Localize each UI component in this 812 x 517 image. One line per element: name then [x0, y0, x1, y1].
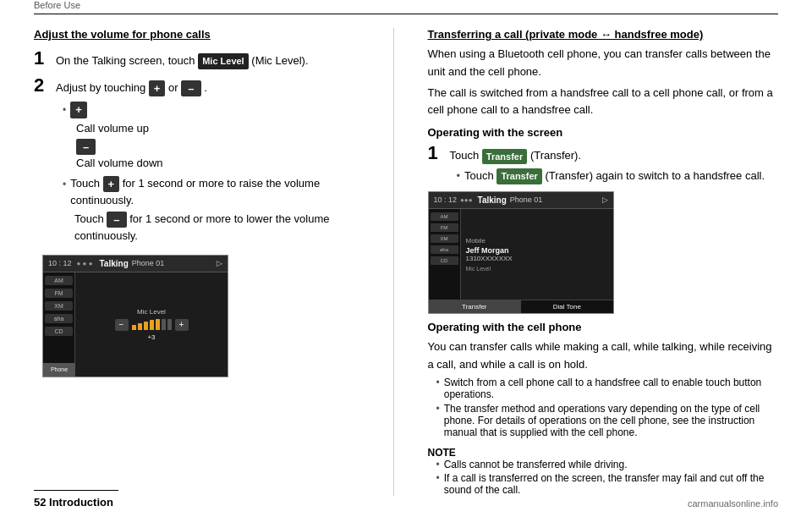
call-vol-down-minus: –: [76, 139, 96, 156]
screen-body: AM FM XM aha CD Mic Level −: [43, 272, 228, 377]
hold-plus-btn: +: [103, 176, 120, 193]
ts-sidebar-am: AM: [431, 212, 458, 221]
operating-screen-title: Operating with the screen: [428, 126, 779, 139]
header-area: Before Use: [0, 0, 812, 19]
call-volume-up-label: Call volume up: [76, 120, 385, 137]
ts-sidebar: AM FM XM aha CD: [429, 209, 461, 300]
step-2-or: or: [168, 81, 178, 94]
screen-subtitle: Phone 01: [132, 259, 165, 267]
left-column: Adjust the volume for phone calls 1 On t…: [34, 28, 394, 496]
mic-level-screen-label: Mic Level: [137, 308, 166, 316]
vol-bars: [132, 319, 172, 330]
ts-transfer-btn: Transfer: [429, 300, 522, 313]
right-step-1-bullet: • Touch Transfer (Transfer) again to swi…: [457, 168, 779, 184]
mic-level-button: Mic Level: [198, 53, 249, 69]
call-vol-up-plus: +: [70, 102, 87, 118]
left-screen-mockup: 10 : 12 ● ● ● Talking Phone 01 ▷ AM FM X…: [42, 255, 228, 377]
ts-sidebar-xm: XM: [431, 234, 458, 243]
call-volume-down-label: Call volume down: [76, 155, 385, 172]
vol-plus-icon: +: [175, 319, 189, 331]
ts-main: Mobile Jeff Morgan 1310XXXXXXX Mic Level: [461, 209, 613, 300]
phone-bullet-2: • The transfer method and operations var…: [436, 403, 779, 438]
sidebar-am: AM: [45, 276, 73, 285]
note-bullets: • Calls cannot be transferred while driv…: [436, 459, 779, 496]
phone-label: Phone: [43, 363, 75, 377]
vol-bar-1: [132, 325, 136, 330]
operating-phone-title: Operating with the cell phone: [428, 321, 779, 333]
transfer-button-1: Transfer: [482, 149, 527, 165]
hold-minus-btn: –: [107, 212, 126, 228]
transfer-button-2: Transfer: [497, 168, 541, 184]
vol-bar-5: [156, 319, 160, 330]
header-label: Before Use: [34, 0, 778, 14]
ts-top-bar: 10 : 12 ●●● Talking Phone 01 ▷: [429, 192, 613, 209]
watermark: carmanualsonline.info: [688, 498, 778, 509]
step-1-content: On the Talking screen, touch Mic Level (…: [56, 49, 385, 69]
page-footer: 52 Introduction: [34, 490, 118, 509]
phone-bullet-1-text: Switch from a cell phone call to a hands…: [444, 377, 778, 400]
sidebar-fm: FM: [45, 289, 73, 298]
screen-title: Talking: [99, 259, 128, 268]
note-bullet-1-text: Calls cannot be transferred while drivin…: [444, 459, 628, 470]
ts-bottom-bar: Transfer Dial Tone: [429, 300, 613, 313]
step-1-number: 1: [34, 49, 49, 69]
phone-bullet-2-text: The transfer method and operations vary …: [444, 403, 778, 438]
note-section: NOTE • Calls cannot be transferred while…: [428, 447, 779, 496]
screen-icon: ▷: [217, 259, 222, 267]
phone-bullets: • Switch from a cell phone call to a han…: [436, 377, 779, 438]
ts-mic-label: Mic Level: [466, 266, 608, 272]
ts-status: ●●●: [460, 196, 473, 204]
ts-dial-tone-btn: Dial Tone: [521, 300, 613, 313]
right-step-1-before: Touch: [450, 149, 480, 162]
vol-bar-6: [162, 319, 166, 330]
note-bullet-1: • Calls cannot be transferred while driv…: [436, 459, 779, 470]
note-title: NOTE: [428, 447, 779, 459]
screen-time: 10 : 12: [48, 259, 72, 267]
screen-status: ● ● ●: [77, 260, 93, 267]
right-intro-p1: When using a Bluetooth cell phone, you c…: [428, 46, 779, 81]
step-1-text-after: (Mic Level).: [251, 54, 308, 67]
left-step-1: 1 On the Talking screen, touch Mic Level…: [34, 49, 385, 69]
step-2-period: .: [204, 81, 207, 94]
volume-control: − +: [115, 319, 189, 331]
vol-bar-3: [144, 322, 148, 330]
right-step-1-number: 1: [428, 144, 443, 184]
vol-value: +3: [147, 333, 155, 341]
sidebar-aha: aha: [45, 314, 73, 323]
phone-p1: You can transfer calls while making a ca…: [428, 338, 779, 374]
ts-sidebar-fm: FM: [431, 223, 458, 232]
left-step-2: 2 Adjust by touching + or – . • + Call v…: [34, 76, 385, 245]
vol-bar-2: [138, 323, 142, 330]
right-step-1-content: Touch Transfer (Transfer). • Touch Trans…: [450, 144, 779, 184]
vol-bar-7: [167, 319, 172, 330]
page-number: 52 Introduction: [34, 496, 113, 509]
ts-body: AM FM XM aha CD Mobile Jeff Morgan 1310X…: [429, 209, 613, 300]
step-2-text-before: Adjust by touching: [56, 81, 145, 94]
ts-time: 10 : 12: [434, 195, 458, 204]
left-section-title: Adjust the volume for phone calls: [34, 28, 385, 41]
plus-button: +: [149, 80, 166, 97]
vol-minus-icon: −: [115, 319, 129, 331]
vol-bar-4: [150, 320, 154, 330]
ts-subtitle: Phone 01: [510, 195, 543, 204]
sidebar-cd: CD: [45, 327, 73, 336]
right-section-title: Transferring a call (private mode ↔ hand…: [428, 28, 779, 41]
minus-button: –: [181, 80, 200, 97]
ts-mobile: Mobile: [466, 237, 608, 245]
ts-sidebar-aha: aha: [431, 245, 458, 254]
ts-title: Talking: [478, 195, 507, 205]
right-step-1: 1 Touch Transfer (Transfer). • Touch Tra…: [428, 144, 779, 184]
step-2-content: Adjust by touching + or – . • + Call vol…: [56, 76, 385, 245]
note-bullet-2-text: If a call is transferred on the screen, …: [444, 472, 778, 496]
sidebar-xm: XM: [45, 301, 73, 311]
transfer-screen-mockup: 10 : 12 ●●● Talking Phone 01 ▷ AM FM XM …: [428, 191, 614, 314]
step-1-text-before: On the Talking screen, touch: [56, 54, 195, 67]
right-step-1-after: (Transfer).: [530, 149, 581, 162]
ts-sidebar-cd: CD: [431, 256, 458, 265]
ts-caller-number: 1310XXXXXXX: [466, 255, 608, 262]
right-intro-p2: The call is switched from a handsfree ca…: [428, 85, 779, 120]
right-column: Transferring a call (private mode ↔ hand…: [420, 28, 779, 496]
note-bullet-2: • If a call is transferred on the screen…: [436, 472, 779, 496]
screen-sidebar: AM FM XM aha CD: [43, 272, 75, 377]
phone-bullet-1: • Switch from a cell phone call to a han…: [436, 377, 779, 400]
